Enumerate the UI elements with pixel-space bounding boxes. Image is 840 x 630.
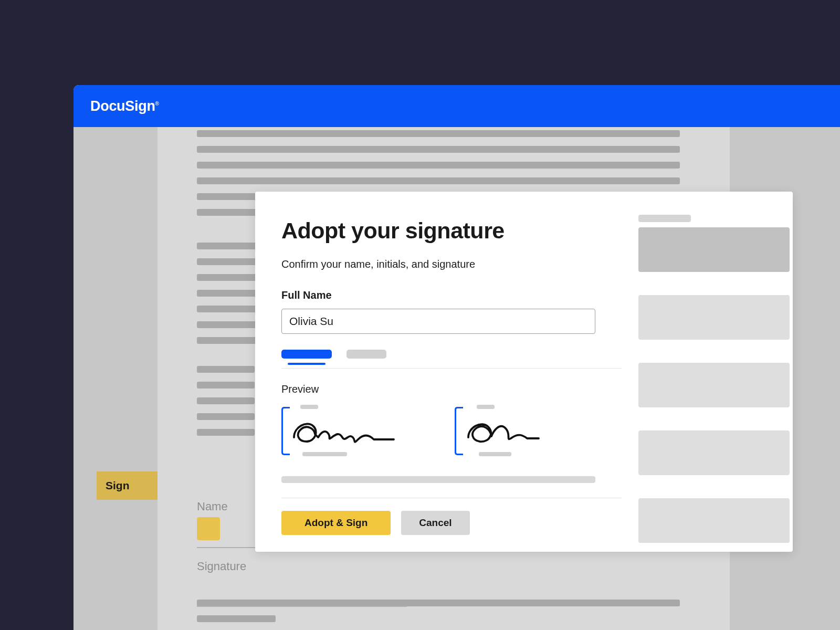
field-label-name: Name xyxy=(197,500,228,513)
sign-tab-label: Sign xyxy=(106,479,130,492)
placeholder-mark xyxy=(300,405,318,409)
side-heading xyxy=(638,215,691,222)
topbar: DocuSign® xyxy=(74,85,840,127)
doc-paragraph xyxy=(197,366,255,436)
placeholder-mark xyxy=(479,452,511,456)
side-card[interactable] xyxy=(638,498,790,543)
divider xyxy=(281,368,622,369)
side-card-selected[interactable] xyxy=(638,227,790,272)
bracket-icon xyxy=(455,407,463,455)
app-window: DocuSign® Sign Name Signature Adopt your… xyxy=(74,85,840,630)
initials-glyph xyxy=(464,416,543,447)
brand-text: DocuSign xyxy=(90,98,155,114)
side-card[interactable] xyxy=(638,295,790,340)
style-slider[interactable] xyxy=(281,476,595,483)
divider xyxy=(281,498,622,498)
doc-paragraph xyxy=(197,600,680,622)
modal-side-panel xyxy=(638,215,790,543)
bracket-icon xyxy=(281,407,290,455)
cancel-button[interactable]: Cancel xyxy=(401,511,469,535)
side-card[interactable] xyxy=(638,430,790,475)
tab-inactive[interactable] xyxy=(346,350,386,359)
adopt-signature-modal: Adopt your signature Confirm your name, … xyxy=(255,192,793,552)
signature-glyph xyxy=(291,416,396,447)
tab-active[interactable] xyxy=(281,350,332,359)
brand-logo: DocuSign® xyxy=(90,98,159,114)
sign-here-tab[interactable]: Sign xyxy=(97,471,158,500)
signature-preview[interactable] xyxy=(281,405,397,457)
side-card[interactable] xyxy=(638,363,790,407)
adopt-and-sign-button[interactable]: Adopt & Sign xyxy=(281,511,391,535)
full-name-input[interactable] xyxy=(281,309,595,334)
initials-preview[interactable] xyxy=(455,405,570,457)
signature-line xyxy=(197,606,407,607)
placeholder-mark xyxy=(477,405,495,409)
field-label-signature: Signature xyxy=(197,560,246,573)
placeholder-mark xyxy=(302,452,347,456)
initial-placeholder[interactable] xyxy=(197,517,220,540)
